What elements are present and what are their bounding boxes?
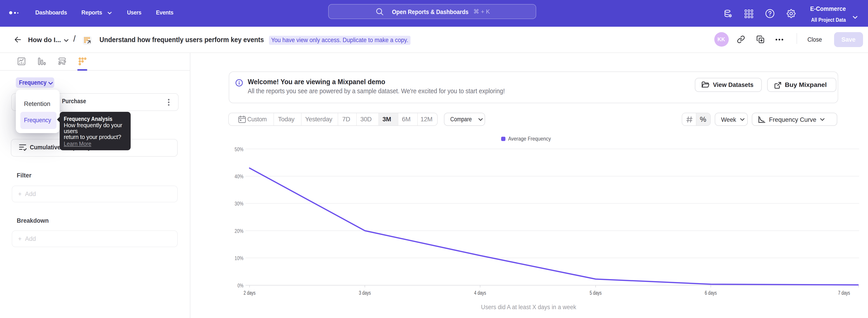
svg-text:50%: 50% (235, 146, 243, 152)
svg-text:40%: 40% (235, 174, 243, 179)
svg-text:6 days: 6 days (705, 290, 717, 296)
svg-text:10%: 10% (235, 255, 243, 261)
svg-text:4 days: 4 days (474, 290, 486, 296)
svg-text:30%: 30% (235, 201, 243, 207)
svg-text:Average Frequency: Average Frequency (508, 136, 551, 142)
svg-text:20%: 20% (235, 228, 243, 234)
svg-text:Users did A at least X days in: Users did A at least X days in a week (481, 304, 576, 311)
svg-text:0%: 0% (238, 283, 243, 289)
svg-text:5 days: 5 days (590, 290, 601, 296)
svg-text:3 days: 3 days (359, 290, 371, 296)
svg-text:7 days: 7 days (838, 290, 850, 296)
svg-text:2 days: 2 days (243, 290, 255, 296)
